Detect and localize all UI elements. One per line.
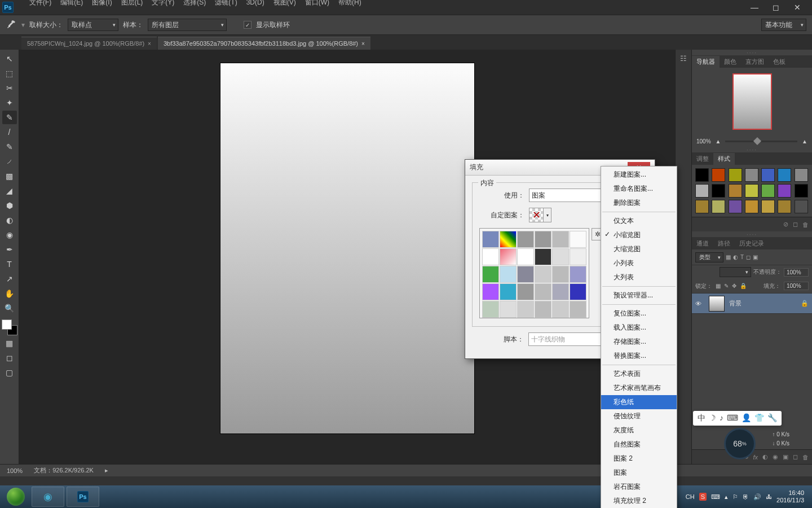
filter-adjust-icon[interactable]: ◐ — [733, 254, 738, 260]
status-zoom[interactable]: 100% — [7, 467, 23, 474]
minimize-button[interactable]: — — [748, 3, 761, 12]
menu-滤镜(T)[interactable]: 滤镜(T) — [210, 0, 241, 8]
pattern-cell[interactable] — [552, 266, 569, 283]
mask-icon[interactable]: ◐ — [762, 453, 768, 461]
style-swatch[interactable] — [795, 200, 808, 213]
menu-item[interactable]: 岩石图案 — [601, 480, 677, 494]
start-button[interactable] — [2, 487, 29, 507]
menu-3D(D)[interactable]: 3D(D) — [242, 0, 269, 7]
tool-16[interactable]: ✋ — [2, 287, 17, 300]
ime-icon[interactable]: 👕 — [754, 413, 764, 423]
tray-lang[interactable]: CH — [686, 493, 695, 500]
pattern-cell[interactable] — [552, 301, 569, 318]
tool-1[interactable]: ⬚ — [2, 67, 17, 80]
tool-3[interactable]: ✦ — [2, 96, 17, 110]
pattern-cell[interactable] — [517, 283, 534, 300]
pattern-cell[interactable] — [500, 283, 517, 300]
style-swatch[interactable] — [745, 200, 758, 213]
nav-zoom-slider[interactable] — [725, 141, 797, 142]
show-ring-checkbox[interactable]: ✓ — [244, 21, 251, 29]
menu-图层(L)[interactable]: 图层(L) — [117, 0, 148, 8]
task-item-browser[interactable]: ◉ — [32, 487, 64, 507]
menu-item[interactable]: 大列表 — [601, 270, 677, 284]
tray-ime-icon[interactable]: S — [699, 493, 707, 501]
panel-tab[interactable]: 样式 — [713, 153, 735, 165]
panel-tab[interactable]: 历史记录 — [735, 238, 769, 249]
lock-trans-icon[interactable]: ▦ — [716, 283, 721, 289]
style-swatch[interactable] — [778, 184, 791, 198]
style-swatch[interactable] — [761, 184, 775, 198]
tool-10[interactable]: ⬢ — [2, 199, 17, 212]
task-item-photoshop[interactable]: Ps — [67, 487, 99, 507]
menu-编辑(E)[interactable]: 编辑(E) — [56, 0, 87, 8]
group-icon[interactable]: ▣ — [783, 453, 788, 461]
panel-tab[interactable]: 通道 — [692, 238, 713, 249]
pattern-cell[interactable] — [535, 283, 551, 300]
menu-item[interactable]: 替换图案... — [601, 349, 677, 363]
tool-2[interactable]: ✂ — [2, 81, 17, 95]
layer-thumbnail[interactable] — [709, 296, 725, 312]
panel-tab[interactable]: 导航器 — [692, 56, 720, 68]
tool-4[interactable]: ✎ — [2, 111, 17, 124]
pattern-cell[interactable] — [500, 301, 517, 318]
pattern-cell[interactable] — [570, 301, 586, 318]
menu-帮助(H)[interactable]: 帮助(H) — [334, 0, 366, 8]
layer-row-background[interactable]: 👁 背景 🔒 — [692, 294, 812, 314]
menu-item[interactable]: 填充纹理 2 — [601, 494, 677, 508]
menu-item[interactable]: 重命名图案... — [601, 182, 677, 196]
pattern-cell[interactable] — [535, 266, 551, 283]
fx-icon[interactable]: fx — [753, 454, 758, 461]
document-tab[interactable]: 3bf33a87e950352a7907b0835343fbf2b3118bd3… — [158, 37, 370, 50]
style-swatch[interactable] — [695, 168, 709, 182]
pattern-cell[interactable] — [482, 266, 499, 283]
pattern-cell[interactable] — [552, 283, 569, 300]
style-swatch[interactable] — [795, 168, 808, 182]
document-tab[interactable]: 58758PICWnj_1024.jpg @ 100%(RGB/8#)× — [21, 37, 157, 50]
menu-item[interactable]: 艺术家画笔画布 — [601, 381, 677, 395]
filter-pixel-icon[interactable]: ▦ — [726, 254, 731, 260]
menu-视图(V)[interactable]: 视图(V) — [269, 0, 301, 8]
tool-11[interactable]: ◐ — [2, 213, 17, 227]
close-button[interactable]: ✕ — [791, 3, 804, 12]
style-swatch[interactable] — [745, 184, 758, 198]
pattern-dropdown-button[interactable]: ▾ — [544, 208, 551, 222]
ime-icon[interactable]: ☽ — [709, 413, 716, 423]
style-swatch[interactable] — [695, 184, 709, 198]
style-swatch[interactable] — [729, 168, 742, 182]
style-swatch[interactable] — [712, 168, 725, 182]
pattern-cell[interactable] — [500, 266, 517, 283]
pattern-cell[interactable] — [570, 283, 586, 300]
blend-mode-dropdown[interactable] — [720, 267, 751, 277]
opacity-input[interactable]: 100% — [784, 268, 809, 277]
tray-keyboard-icon[interactable]: ⌨ — [711, 493, 720, 501]
style-swatch[interactable] — [795, 184, 808, 198]
navigator-thumbnail[interactable] — [732, 73, 772, 130]
tool-8[interactable]: ▩ — [2, 169, 17, 183]
pattern-cell[interactable] — [517, 231, 534, 248]
tool-mode[interactable]: ▦ — [2, 336, 17, 350]
pattern-cell[interactable] — [482, 248, 499, 265]
style-swatch[interactable] — [745, 168, 758, 182]
menu-item[interactable]: 灰度纸 — [601, 423, 677, 437]
tray-shield-icon[interactable]: ⛨ — [743, 493, 749, 500]
panel-tab[interactable]: 路径 — [713, 238, 735, 249]
menu-item[interactable]: 侵蚀纹理 — [601, 409, 677, 423]
tool-13[interactable]: ✒ — [2, 243, 17, 256]
pattern-cell[interactable] — [570, 266, 586, 283]
pattern-cell[interactable] — [570, 231, 586, 248]
filter-type-icon[interactable]: T — [740, 254, 744, 260]
panel-tab[interactable]: 调整 — [692, 153, 713, 165]
tool-9[interactable]: ◢ — [2, 184, 17, 198]
tool-mode[interactable]: ◻ — [2, 351, 17, 365]
new-layer-icon[interactable]: ◻ — [793, 453, 798, 461]
pattern-swatch[interactable] — [529, 208, 544, 222]
pattern-cell[interactable] — [482, 231, 499, 248]
fill-input[interactable]: 100% — [784, 282, 809, 290]
style-swatch[interactable] — [778, 200, 791, 213]
lock-paint-icon[interactable]: ✎ — [724, 283, 729, 289]
cpu-gauge[interactable]: 68% — [724, 428, 756, 459]
menu-item[interactable]: 预设管理器... — [601, 288, 677, 303]
ime-icon[interactable]: 🔧 — [767, 413, 777, 423]
ime-icon[interactable]: ♪ — [720, 413, 723, 423]
filter-shape-icon[interactable]: ◻ — [746, 254, 751, 260]
